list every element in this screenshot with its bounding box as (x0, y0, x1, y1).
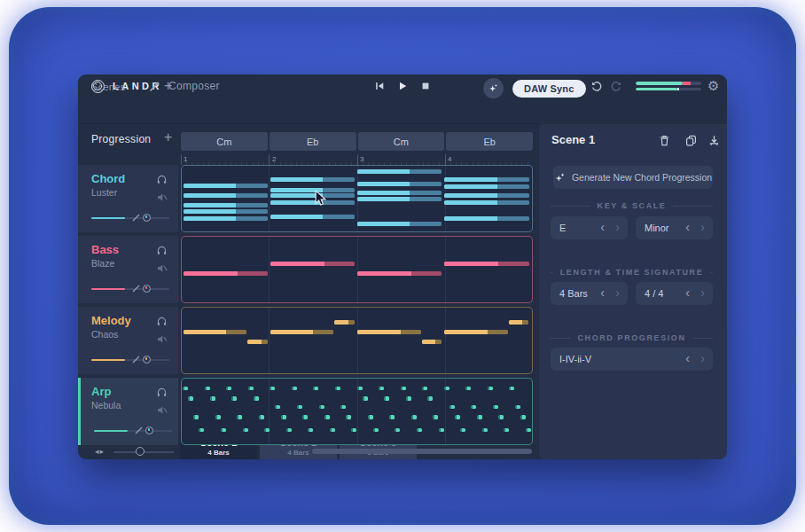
arp-note-dot[interactable] (509, 387, 514, 391)
arp-note-dot[interactable] (237, 415, 242, 419)
bass-note-grid[interactable] (181, 236, 533, 303)
note[interactable] (184, 330, 247, 334)
arp-note-dot[interactable] (188, 396, 193, 401)
volume-slider[interactable] (91, 356, 169, 364)
length-stepper[interactable]: 4 Bars ‹ › (551, 282, 628, 305)
headphones-icon[interactable] (156, 174, 168, 185)
arp-note-dot[interactable] (243, 428, 248, 433)
arp-note-dot[interactable] (379, 387, 384, 391)
duplicate-scene-icon[interactable] (684, 134, 698, 147)
mute-speaker-icon[interactable] (156, 333, 168, 345)
arp-note-dot[interactable] (357, 387, 363, 391)
note[interactable] (357, 330, 421, 334)
arp-note-dot[interactable] (270, 387, 275, 391)
arp-note-dot[interactable] (460, 428, 465, 433)
length-prev-chevron[interactable]: ‹ (600, 282, 605, 304)
arp-note-dot[interactable] (444, 387, 449, 391)
note[interactable] (444, 262, 528, 266)
note[interactable] (444, 216, 528, 221)
arp-note-dot[interactable] (477, 415, 482, 419)
progression-prev-chevron[interactable]: ‹ (685, 348, 690, 370)
arp-note-dot[interactable] (363, 396, 368, 401)
time-signature-stepper[interactable]: 4 / 4 ‹ › (636, 282, 713, 305)
arp-note-dot[interactable] (368, 415, 373, 419)
arp-note-dot[interactable] (324, 415, 330, 419)
note[interactable] (270, 193, 355, 198)
track-header-chord[interactable]: Chord Luster (78, 165, 178, 232)
note[interactable] (357, 222, 442, 226)
chord-cell-3[interactable]: Cm (358, 132, 445, 151)
arp-note-dot[interactable] (292, 387, 297, 391)
arp-note-dot[interactable] (449, 405, 455, 410)
track-header-arp[interactable]: Arp Nebula (78, 378, 178, 445)
redo-icon[interactable] (610, 80, 622, 92)
note[interactable] (184, 193, 268, 198)
add-progression-icon[interactable]: + (164, 129, 172, 145)
track-header-bass[interactable]: Bass Blaze (78, 236, 178, 303)
note[interactable] (247, 340, 268, 344)
arp-note-dot[interactable] (319, 405, 324, 410)
note[interactable] (334, 320, 355, 325)
delete-scene-trash-icon[interactable] (658, 134, 671, 147)
arp-note-dot[interactable] (346, 415, 351, 419)
arp-note-dot[interactable] (199, 428, 204, 433)
arp-note-dot[interactable] (281, 415, 286, 419)
skip-to-start-icon[interactable] (374, 81, 385, 91)
mute-speaker-icon[interactable] (156, 192, 168, 203)
note[interactable] (184, 216, 268, 221)
arp-note-dot[interactable] (422, 387, 427, 391)
arp-note-dot[interactable] (210, 396, 215, 401)
volume-slider[interactable] (94, 426, 172, 434)
note[interactable] (270, 215, 355, 219)
arp-note-dot[interactable] (302, 415, 308, 419)
settings-gear-icon[interactable]: ⚙ (707, 78, 719, 94)
arp-note-dot[interactable] (515, 405, 520, 410)
arp-note-dot[interactable] (504, 428, 509, 433)
daw-sync-button[interactable]: DAW Sync (512, 80, 586, 98)
bar-ruler[interactable]: 1 2 3 4 (181, 154, 533, 165)
arp-note-dot[interactable] (297, 405, 302, 410)
edit-scenes-pencil-icon[interactable] (148, 81, 160, 93)
note[interactable] (357, 271, 442, 276)
volume-knob[interactable] (143, 214, 151, 222)
volume-knob[interactable] (143, 356, 151, 364)
chord-cell-1[interactable]: Cm (181, 132, 268, 151)
arp-note-dot[interactable] (335, 387, 340, 391)
note[interactable] (444, 177, 528, 182)
arp-note-dot[interactable] (488, 387, 493, 391)
key-stepper[interactable]: E ‹ › (551, 216, 628, 239)
arp-note-dot[interactable] (498, 415, 504, 419)
arp-note-dot[interactable] (264, 428, 270, 433)
headphones-icon[interactable] (156, 245, 168, 256)
volume-slider[interactable] (91, 214, 169, 222)
arp-note-dot[interactable] (254, 396, 259, 401)
note[interactable] (357, 169, 442, 174)
arp-note-dot[interactable] (373, 428, 379, 433)
scale-prev-chevron[interactable]: ‹ (685, 216, 690, 239)
arp-note-dot[interactable] (417, 428, 422, 433)
melody-note-grid[interactable] (181, 307, 533, 374)
volume-slider[interactable] (91, 285, 169, 293)
mute-speaker-icon[interactable] (156, 404, 168, 416)
arp-note-dot[interactable] (411, 415, 417, 419)
arp-note-dot[interactable] (455, 415, 460, 419)
note[interactable] (270, 200, 355, 205)
generate-chord-progression-button[interactable]: Generate New Chord Progression (553, 166, 713, 189)
arp-note-dot[interactable] (275, 405, 280, 410)
arp-note-dot[interactable] (205, 387, 210, 391)
arp-note-dot[interactable] (340, 405, 346, 410)
export-scene-icon[interactable] (707, 134, 721, 147)
arp-note-dot[interactable] (465, 387, 471, 391)
time-next-chevron[interactable]: › (700, 282, 705, 304)
note[interactable] (357, 197, 442, 201)
arp-note-dot[interactable] (313, 387, 318, 391)
ai-magic-button[interactable] (483, 78, 504, 98)
scale-next-chevron[interactable]: › (700, 216, 705, 239)
note[interactable] (422, 340, 442, 344)
arp-note-dot[interactable] (406, 396, 411, 401)
horizontal-scrollbar[interactable] (312, 449, 532, 454)
arp-note-dot[interactable] (427, 396, 433, 401)
arp-note-grid[interactable] (181, 378, 533, 445)
arp-note-dot[interactable] (286, 428, 292, 433)
arp-note-dot[interactable] (351, 428, 356, 433)
